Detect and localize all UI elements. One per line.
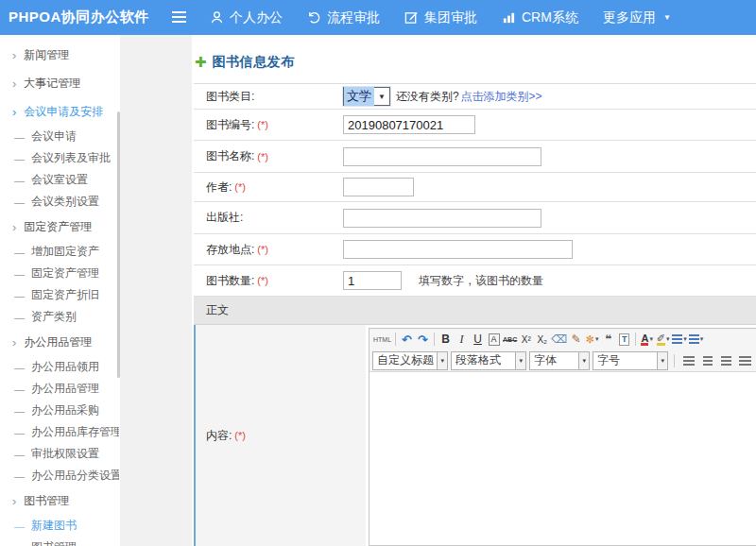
quantity-input[interactable] (343, 271, 402, 290)
font-family-select[interactable]: 字体 ▾ (529, 351, 590, 370)
align-left-button[interactable] (680, 352, 696, 369)
caret-down-icon: ▾ (595, 335, 599, 343)
book-no-input[interactable] (343, 115, 475, 134)
underline-button[interactable]: U (470, 331, 486, 348)
dash-icon: — (14, 362, 25, 373)
dash-icon: — (14, 405, 25, 417)
form-row-quantity: 图书数量: (*) 填写数字，该图书的数量 (194, 265, 756, 297)
hamburger-menu-icon[interactable] (172, 11, 186, 23)
superscript-button[interactable]: X² (518, 331, 534, 348)
sidebar-item-supplies-claim[interactable]: — 办公用品领用 (0, 356, 119, 378)
caret-down-icon: ▾ (683, 335, 687, 343)
chevron-right-icon: › (12, 494, 16, 508)
font-style-button[interactable]: A (489, 333, 500, 346)
sidebar-item-supplies-manage[interactable]: — 办公用品管理 (0, 378, 119, 400)
paste-as-text-button[interactable]: T (619, 333, 630, 346)
nav-personal-office[interactable]: 个人办公 (210, 9, 283, 26)
publisher-label-cell: 出版社: (194, 202, 340, 233)
top-nav: 个人办公 流程审批 集团审批 CRM系统 更多应用 ▼ (210, 0, 671, 35)
eraser-button[interactable]: ⌫ (550, 331, 568, 348)
highlight-color-button[interactable]: ✐ ▾ (655, 331, 671, 348)
align-right-button[interactable] (718, 352, 734, 369)
form-row-content: 内容: (*) HTML ↶ ↷ B I U A ABC (194, 325, 756, 546)
sidebar-group-meeting[interactable]: › 会议申请及安排 (0, 97, 119, 126)
font-color-button[interactable]: A ▾ (639, 331, 655, 348)
sidebar-item-approval-permission[interactable]: — 审批权限设置 (0, 443, 119, 465)
editor-content-area[interactable] (369, 372, 756, 545)
nav-workflow-approval[interactable]: 流程审批 (307, 9, 380, 26)
sidebar-item-add-asset[interactable]: — 增加固定资产 (0, 241, 119, 263)
font-size-select[interactable]: 字号 ▾ (593, 351, 668, 370)
strikethrough-button[interactable]: ABC (502, 331, 518, 348)
dash-icon: — (14, 470, 25, 482)
sidebar-item-meeting-apply[interactable]: — 会议申请 (0, 126, 119, 147)
nav-more-apps[interactable]: 更多应用 ▼ (603, 9, 671, 26)
bullet-list-button[interactable]: ▾ (671, 331, 688, 348)
location-input[interactable] (343, 240, 573, 259)
format-painter-button[interactable]: ✼ ▾ (584, 331, 600, 348)
chevron-right-icon: › (12, 105, 16, 119)
book-form: 图书类目: 文学 ▼ 还没有类别? 点击添加类别>> 图书编号: (*) (194, 83, 756, 546)
toolbar-separator (434, 333, 435, 346)
paragraph-format-select[interactable]: 段落格式 ▾ (451, 351, 526, 370)
sidebar-group-news[interactable]: › 新闻管理 (0, 41, 119, 69)
dash-icon: — (14, 542, 25, 546)
dash-icon: — (14, 520, 25, 532)
sidebar-item-label: 新建图书 (31, 518, 77, 534)
sidebar-group-memorabilia[interactable]: › 大事记管理 (0, 69, 119, 97)
required-marker: (*) (234, 430, 246, 441)
chevron-right-icon: › (12, 77, 16, 91)
numbered-list-button[interactable]: ▾ (688, 331, 705, 348)
field-label: 图书数量: (206, 273, 254, 289)
book-name-input[interactable] (343, 147, 541, 166)
caret-down-icon: ▼ (663, 13, 671, 22)
sidebar-item-new-book[interactable]: — 新建图书 (0, 515, 119, 537)
sidebar-item-asset-manage[interactable]: — 固定资产管理 (0, 263, 119, 284)
sidebar-item-asset-depreciation[interactable]: — 固定资产折旧 (0, 284, 119, 306)
field-label: 存放地点: (206, 242, 254, 258)
sidebar-group-label: 固定资产管理 (24, 219, 92, 235)
undo-button[interactable]: ↶ (399, 331, 415, 348)
required-marker: (*) (257, 151, 268, 162)
author-field-cell (340, 173, 756, 201)
nav-crm-system[interactable]: CRM系统 (502, 9, 578, 26)
sidebar-group-books[interactable]: › 图书管理 (0, 486, 119, 515)
edit-approve-icon (404, 10, 419, 25)
add-category-link[interactable]: 点击添加类别>> (461, 89, 542, 105)
sidebar-item-meeting-room[interactable]: — 会议室设置 (0, 169, 119, 191)
sidebar-item-supplies-purchase[interactable]: — 办公用品采购 (0, 400, 119, 421)
blockquote-button[interactable]: ❝ (600, 331, 616, 348)
align-justify-button[interactable] (737, 352, 753, 369)
format-painter-glyph: ✼ (586, 333, 594, 346)
dash-icon: — (14, 175, 25, 186)
sidebar-item-label: 会议申请 (31, 128, 77, 145)
align-right-icon (721, 356, 731, 366)
category-select[interactable]: 文学 ▼ (343, 87, 390, 106)
sidebar-item-book-manage[interactable]: — 图书管理 (0, 537, 119, 546)
sidebar-item-supplies-category[interactable]: — 办公用品分类设置 (0, 465, 119, 486)
nav-group-approval[interactable]: 集团审批 (404, 9, 477, 26)
location-label-cell: 存放地点: (*) (194, 234, 340, 264)
form-row-book-no: 图书编号: (*) (194, 110, 756, 141)
sidebar-group-label: 大事记管理 (24, 76, 80, 92)
sidebar-group-fixed-assets[interactable]: › 固定资产管理 (0, 213, 119, 241)
publisher-input[interactable] (343, 209, 541, 228)
sidebar-item-supplies-inventory[interactable]: — 办公用品库存管理 (0, 421, 119, 443)
sidebar-item-asset-category[interactable]: — 资产类别 (0, 306, 119, 328)
sidebar-item-label: 图书管理 (31, 539, 77, 546)
author-input[interactable] (343, 178, 414, 196)
redo-button[interactable]: ↷ (415, 331, 431, 348)
italic-button[interactable]: I (454, 331, 470, 348)
toolbar-separator (674, 354, 675, 367)
custom-title-select[interactable]: 自定义标题 ▾ (372, 351, 448, 370)
sidebar-item-meeting-category[interactable]: — 会议类别设置 (0, 191, 119, 213)
subscript-button[interactable]: X₂ (534, 331, 550, 348)
sidebar-item-meeting-list[interactable]: — 会议列表及审批 (0, 147, 119, 169)
nav-label: 集团审批 (424, 9, 477, 26)
bold-button[interactable]: B (438, 331, 454, 348)
align-justify-icon (739, 356, 751, 366)
clear-format-button[interactable]: ✎ (568, 331, 584, 348)
html-source-button[interactable]: HTML (372, 331, 392, 348)
align-center-button[interactable] (699, 352, 715, 369)
sidebar-group-office-supplies[interactable]: › 办公用品管理 (0, 328, 119, 356)
